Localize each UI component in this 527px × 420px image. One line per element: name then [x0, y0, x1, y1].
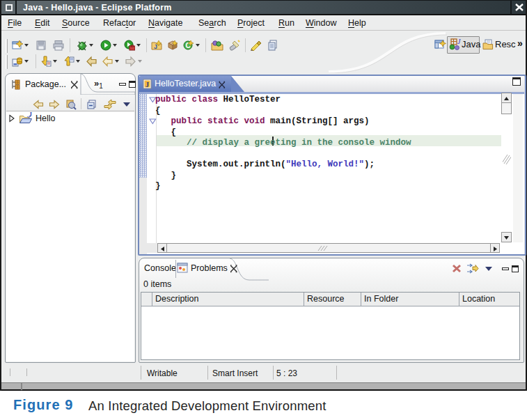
svg-text:J: J	[145, 81, 149, 88]
svg-text:J: J	[457, 38, 461, 45]
svg-text:J: J	[154, 43, 157, 50]
svg-text:J: J	[29, 112, 33, 118]
